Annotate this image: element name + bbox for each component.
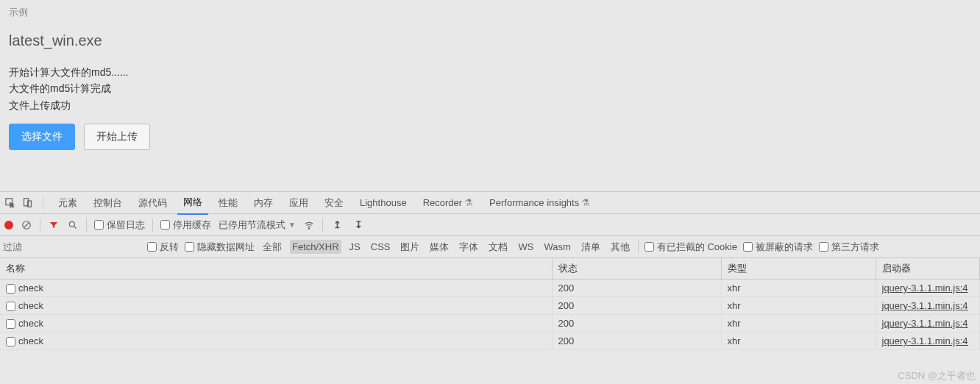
svg-line-6 (74, 226, 77, 228)
row-checkbox[interactable] (6, 284, 15, 294)
filter-doc[interactable]: 文档 (486, 239, 510, 255)
svg-line-4 (24, 222, 29, 227)
initiator-link[interactable]: jquery-3.1.1.min.js:4 (876, 333, 980, 350)
invert-checkbox[interactable]: 反转 (147, 241, 179, 254)
col-name[interactable]: 名称 (0, 258, 552, 280)
devtools-panel: 元素 控制台 源代码 网络 性能 内存 应用 安全 Lighthouse Rec… (0, 191, 980, 350)
filename-heading: latest_win.exe (9, 32, 971, 49)
tab-network[interactable]: 网络 (177, 191, 208, 215)
table-row[interactable]: check 200 xhr jquery-3.1.1.min.js:4 (0, 333, 980, 350)
flask-icon: ⚗ (464, 197, 473, 208)
svg-point-5 (69, 221, 74, 227)
select-file-button[interactable]: 选择文件 (9, 124, 75, 150)
svg-point-7 (308, 228, 309, 229)
tab-performance[interactable]: 性能 (213, 192, 244, 214)
filter-js[interactable]: JS (347, 240, 363, 254)
watermark: CSDN @之乎者也 (898, 369, 976, 383)
tab-memory[interactable]: 内存 (248, 192, 279, 214)
throttling-dropdown[interactable]: 已停用节流模式▼ (219, 218, 296, 232)
network-toolbar: 保留日志 停用缓存 已停用节流模式▼ ↥ ↧ (0, 214, 980, 236)
filter-toggle-icon[interactable] (48, 219, 60, 231)
log-line: 开始计算大文件的md5...... (9, 64, 971, 80)
third-party-checkbox[interactable]: 第三方请求 (819, 241, 879, 254)
tab-security[interactable]: 安全 (319, 192, 349, 214)
initiator-link[interactable]: jquery-3.1.1.min.js:4 (876, 315, 980, 333)
preserve-log-checkbox[interactable]: 保留日志 (94, 218, 145, 232)
filter-media[interactable]: 媒体 (427, 239, 451, 255)
col-type[interactable]: 类型 (721, 258, 876, 280)
device-toggle-icon[interactable] (21, 196, 34, 210)
download-har-icon[interactable]: ↧ (352, 219, 366, 230)
devtools-tabbar: 元素 控制台 源代码 网络 性能 内存 应用 安全 Lighthouse Rec… (0, 192, 980, 214)
tab-performance-insights[interactable]: Performance insights⚗ (483, 193, 596, 213)
tab-sources[interactable]: 源代码 (132, 192, 173, 214)
log-line: 大文件的md5计算完成 (9, 80, 971, 96)
blocked-requests-checkbox[interactable]: 被屏蔽的请求 (743, 241, 813, 254)
inspect-icon[interactable] (3, 196, 16, 210)
row-checkbox[interactable] (6, 337, 15, 346)
initiator-link[interactable]: jquery-3.1.1.min.js:4 (876, 280, 980, 297)
initiator-link[interactable]: jquery-3.1.1.min.js:4 (876, 297, 980, 315)
log-line: 文件上传成功 (9, 97, 971, 113)
hide-data-urls-checkbox[interactable]: 隐藏数据网址 (185, 241, 255, 254)
search-icon[interactable] (67, 219, 79, 231)
example-label: 示例 (9, 6, 971, 19)
blocked-cookies-checkbox[interactable]: 有已拦截的 Cookie (645, 241, 737, 254)
row-checkbox[interactable] (6, 302, 15, 311)
filter-other[interactable]: 其他 (608, 239, 632, 255)
tab-application[interactable]: 应用 (283, 192, 314, 214)
upload-har-icon[interactable]: ↥ (330, 219, 344, 230)
filter-wasm[interactable]: Wasm (542, 240, 572, 254)
filter-ws[interactable]: WS (516, 240, 536, 254)
clear-button[interactable] (21, 219, 32, 231)
filter-all[interactable]: 全部 (260, 239, 284, 255)
demo-page: 示例 latest_win.exe 开始计算大文件的md5...... 大文件的… (0, 0, 980, 191)
tab-lighthouse[interactable]: Lighthouse (354, 193, 413, 213)
network-filterbar: 反转 隐藏数据网址 全部 Fetch/XHR JS CSS 图片 媒体 字体 文… (0, 236, 980, 258)
filter-manifest[interactable]: 清单 (579, 239, 603, 255)
upload-log: 开始计算大文件的md5...... 大文件的md5计算完成 文件上传成功 (9, 64, 971, 113)
flask-icon: ⚗ (581, 197, 590, 208)
filter-font[interactable]: 字体 (457, 239, 480, 255)
table-row[interactable]: check 200 xhr jquery-3.1.1.min.js:4 (0, 280, 980, 297)
disable-cache-checkbox[interactable]: 停用缓存 (160, 218, 211, 232)
network-conditions-icon[interactable] (303, 219, 315, 231)
record-button[interactable] (4, 221, 13, 230)
filter-fetch-xhr[interactable]: Fetch/XHR (290, 240, 341, 254)
col-initiator[interactable]: 启动器 (876, 258, 980, 280)
tab-console[interactable]: 控制台 (88, 192, 128, 214)
row-checkbox[interactable] (6, 319, 15, 329)
network-table: 名称 状态 类型 启动器 check 200 xhr jquery-3.1.1.… (0, 258, 980, 350)
tab-recorder[interactable]: Recorder⚗ (417, 193, 479, 213)
chevron-down-icon: ▼ (288, 221, 296, 229)
table-row[interactable]: check 200 xhr jquery-3.1.1.min.js:4 (0, 297, 980, 315)
start-upload-button[interactable]: 开始上传 (84, 124, 150, 150)
table-row[interactable]: check 200 xhr jquery-3.1.1.min.js:4 (0, 315, 980, 333)
filter-css[interactable]: CSS (369, 240, 393, 254)
tab-elements[interactable]: 元素 (52, 192, 83, 214)
col-status[interactable]: 状态 (552, 258, 721, 280)
filter-img[interactable]: 图片 (398, 239, 422, 255)
filter-input[interactable] (1, 238, 141, 255)
